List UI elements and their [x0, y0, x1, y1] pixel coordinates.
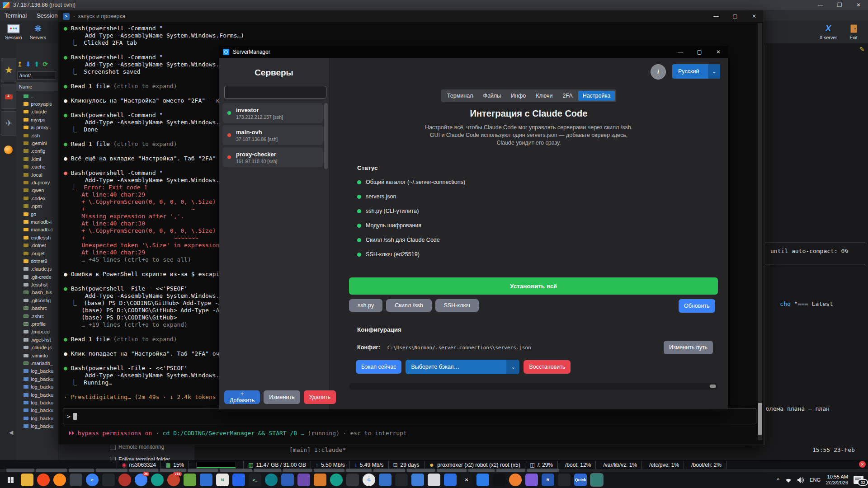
file-list-header[interactable]: Name: [16, 82, 58, 91]
x-server-button[interactable]: X X server: [816, 22, 840, 40]
file-row[interactable]: .config: [16, 147, 58, 155]
volume-icon[interactable]: [797, 477, 804, 483]
taskbar-app-icon[interactable]: [102, 474, 115, 486]
taskbar-app-icon[interactable]: [297, 474, 310, 486]
taskbar-app-icon[interactable]: R: [542, 474, 554, 486]
server-search-input[interactable]: [224, 86, 326, 99]
sidebar-collapse-button[interactable]: ◀: [9, 429, 13, 436]
taskbar-app-icon[interactable]: [21, 474, 33, 486]
file-row[interactable]: log_backu: [16, 399, 58, 406]
window-strip-segment[interactable]: [188, 469, 218, 472]
taskbar-app-icon[interactable]: [346, 474, 359, 486]
close-button[interactable]: ✕: [745, 11, 764, 21]
file-row[interactable]: log_backu: [16, 383, 58, 390]
file-row[interactable]: .di-proxy: [16, 178, 58, 186]
window-strip-segment[interactable]: [496, 469, 525, 472]
language-select[interactable]: Русский ⌄: [672, 64, 720, 79]
file-row[interactable]: .bashrc: [16, 305, 58, 312]
window-strip-segment[interactable]: [96, 469, 127, 472]
web-tab[interactable]: [1, 138, 16, 161]
file-row[interactable]: .npm: [16, 202, 58, 210]
file-row[interactable]: log_backu: [16, 375, 58, 383]
minimize-button[interactable]: —: [707, 11, 726, 21]
window-strip-segment[interactable]: [220, 469, 252, 472]
taskbar-app-icon[interactable]: [411, 474, 424, 486]
file-row[interactable]: go: [16, 210, 58, 218]
tray-clock[interactable]: 10:55 AM 2/23/2026: [826, 474, 848, 486]
menu-item[interactable]: Terminal: [5, 12, 27, 19]
window-strip-segment[interactable]: [468, 469, 495, 472]
component-chip[interactable]: Скилл /ssh: [386, 299, 431, 312]
file-row[interactable]: .claude.js: [16, 265, 58, 273]
taskbar-app-icon[interactable]: N: [216, 474, 229, 486]
taskbar-app-icon[interactable]: [281, 474, 294, 486]
file-row[interactable]: .gemini: [16, 139, 58, 147]
pencil-icon[interactable]: ✎: [859, 46, 865, 53]
taskbar-app-icon[interactable]: [590, 474, 603, 486]
file-row[interactable]: log_backu: [16, 414, 58, 422]
window-strip-segment[interactable]: [160, 469, 186, 472]
install-all-button[interactable]: Установить всё: [349, 277, 718, 295]
minimize-button[interactable]: —: [811, 0, 830, 10]
path-input[interactable]: [17, 71, 56, 80]
file-row[interactable]: log_backu: [16, 407, 58, 414]
refresh-button[interactable]: Обновить: [679, 299, 715, 313]
servermanager-titlebar[interactable]: ServerManager — ▢ ✕: [219, 46, 728, 58]
exit-button[interactable]: Exit: [842, 22, 865, 40]
taskbar-app-icon[interactable]: [558, 474, 571, 486]
start-button[interactable]: [0, 472, 21, 488]
component-chip[interactable]: SSH-ключ: [435, 299, 479, 312]
file-row[interactable]: endlessh: [16, 234, 58, 241]
info-button[interactable]: i: [651, 64, 666, 80]
window-strip-segment[interactable]: [346, 469, 372, 472]
window-strip-segment[interactable]: [314, 469, 344, 472]
taskbar-app-icon[interactable]: [232, 474, 245, 486]
restore-button[interactable]: ❐: [830, 0, 849, 10]
menu-item[interactable]: Sessions: [37, 12, 61, 19]
file-row[interactable]: .nuget: [16, 249, 58, 257]
file-row[interactable]: mariadb-i: [16, 218, 58, 225]
refresh-icon[interactable]: ⟳: [42, 61, 48, 68]
file-row[interactable]: .mariadb_: [16, 359, 58, 367]
window-strip-segment[interactable]: [254, 469, 281, 472]
taskbar-app-icon[interactable]: [444, 474, 457, 486]
action-center-icon[interactable]: 32: [854, 476, 863, 484]
window-strip-segment[interactable]: [373, 469, 405, 472]
file-row[interactable]: .lesshst: [16, 281, 58, 288]
tray-expand-icon[interactable]: ^: [777, 477, 779, 483]
terminal-prompt-input[interactable]: >: [63, 408, 756, 424]
file-row[interactable]: .viminfo: [16, 352, 58, 359]
edit-server-button[interactable]: Изменить: [264, 390, 300, 404]
window-strip-segment[interactable]: [36, 469, 67, 472]
taskbar-app-icon[interactable]: [379, 474, 392, 486]
taskbar-app-icon[interactable]: [395, 474, 408, 486]
file-row[interactable]: .tmux.co: [16, 328, 58, 336]
taskbar-app-icon[interactable]: [493, 474, 505, 486]
window-strip-segment[interactable]: [527, 469, 559, 472]
window-strip-segment[interactable]: [6, 469, 34, 472]
add-server-button[interactable]: + Добавить: [224, 390, 260, 404]
file-row[interactable]: .profile: [16, 320, 58, 328]
component-chip[interactable]: ssh.py: [349, 299, 382, 312]
session-button[interactable]: Session: [2, 22, 25, 40]
taskbar-app-icon[interactable]: 26: [135, 474, 147, 486]
language-indicator[interactable]: ENG: [810, 477, 821, 483]
tab[interactable]: Файлы: [478, 91, 505, 101]
restore-button[interactable]: Восстановить: [524, 360, 571, 374]
file-row[interactable]: .zshrc: [16, 312, 58, 320]
file-row[interactable]: ai-proxy-: [16, 124, 58, 131]
minimize-button[interactable]: —: [671, 47, 690, 57]
taskbar-app-icon[interactable]: >_: [249, 474, 261, 486]
taskbar-app-icon[interactable]: [265, 474, 278, 486]
window-strip-segment[interactable]: [283, 469, 312, 472]
tab[interactable]: Терминал: [443, 91, 478, 101]
tab[interactable]: Инфо: [506, 91, 530, 101]
window-strip-segment[interactable]: [129, 469, 158, 472]
file-row[interactable]: .bash_his: [16, 289, 58, 296]
file-row[interactable]: mariadb-c: [16, 226, 58, 234]
window-strip-segment[interactable]: [437, 469, 467, 472]
tab[interactable]: 2FA: [558, 91, 577, 101]
close-button[interactable]: ✕: [849, 0, 868, 10]
sftp-tab[interactable]: ✈: [1, 111, 17, 136]
file-row[interactable]: .gitconfig: [16, 296, 58, 304]
